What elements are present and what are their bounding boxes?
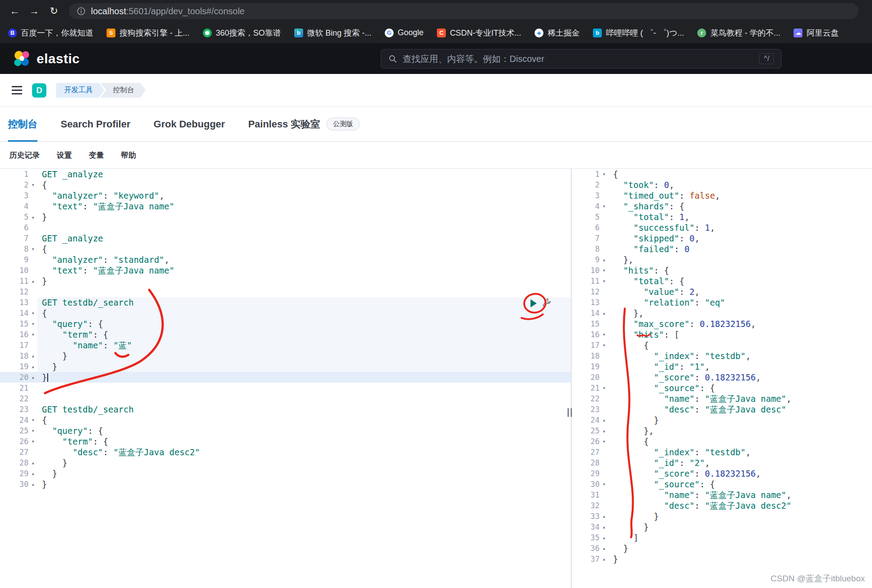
back-icon[interactable]: ← (6, 3, 23, 20)
editor-line[interactable]: 20▴} (0, 372, 571, 383)
breadcrumb-console[interactable]: 控制台 (100, 83, 146, 98)
editor-line[interactable]: 22 (0, 393, 571, 404)
fold-toggle-icon[interactable]: ▴ (29, 479, 37, 490)
editor-line[interactable]: 17 "name": "蓝" (0, 340, 571, 351)
forward-icon[interactable]: → (26, 3, 43, 20)
bookmark-csdn[interactable]: CCSDN-专业IT技术... (437, 28, 521, 38)
menu-icon[interactable] (12, 86, 22, 94)
editor-line[interactable]: 24▾{ (0, 415, 571, 425)
editor-line[interactable]: 31 "name": "蓝盒子Java name", (572, 490, 872, 500)
fold-toggle-icon[interactable]: ▴ (29, 468, 37, 479)
editor-line[interactable]: 17▾ { (572, 340, 872, 351)
request-settings-wrench-icon[interactable] (542, 298, 551, 309)
fold-toggle-icon[interactable]: ▾ (600, 340, 609, 351)
fold-toggle-icon[interactable]: ▴ (29, 361, 37, 372)
fold-toggle-icon[interactable]: ▴ (600, 522, 609, 532)
bookmark-google[interactable]: GGoogle (385, 28, 424, 37)
request-editor[interactable]: 1GET _analyze2▾{3 "analyzer": "keyword",… (0, 169, 571, 588)
editor-line[interactable]: 16▾ "hits": [ (572, 329, 872, 340)
fold-toggle-icon[interactable]: ▾ (29, 425, 37, 436)
editor-line[interactable]: 32 "desc": "蓝盒子Java desc2" (572, 500, 872, 511)
editor-line[interactable]: 7 "skipped": 0, (572, 233, 872, 244)
editor-line[interactable]: 7GET _analyze (0, 233, 571, 244)
editor-line[interactable]: 24▴ } (572, 415, 872, 425)
editor-line[interactable]: 19▴ } (0, 361, 571, 372)
fold-toggle-icon[interactable]: ▴ (600, 425, 609, 436)
fold-toggle-icon[interactable]: ▾ (600, 265, 609, 276)
fold-toggle-icon[interactable]: ▴ (600, 254, 609, 265)
editor-line[interactable]: 21 (0, 383, 571, 393)
editor-line[interactable]: 11▴} (0, 276, 571, 286)
editor-line[interactable]: 35▴ ] (572, 532, 872, 543)
editor-line[interactable]: 30▾ "_source": { (572, 479, 872, 490)
fold-toggle-icon[interactable]: ▴ (29, 457, 37, 468)
editor-line[interactable]: 33▴ } (572, 511, 872, 522)
editor-line[interactable]: 6 (0, 222, 571, 233)
editor-line[interactable]: 27 "desc": "蓝盒子Java desc2" (0, 447, 571, 457)
tab-grok-debugger[interactable]: Grok Debugger (154, 107, 225, 141)
fold-toggle-icon[interactable]: ▾ (29, 180, 37, 190)
bookmark-bilibili[interactable]: b哔哩哔哩 ( ゜- ゜)つ... (593, 28, 684, 38)
reload-icon[interactable]: ↻ (45, 3, 62, 20)
editor-line[interactable]: 9 "analyzer": "standard", (0, 254, 571, 265)
fold-toggle-icon[interactable]: ▾ (600, 329, 609, 340)
editor-line[interactable]: 36▴ } (572, 543, 872, 554)
breadcrumb-dev-tools[interactable]: 开发工具 (56, 83, 104, 98)
fold-toggle-icon[interactable]: ▴ (600, 415, 609, 425)
editor-line[interactable]: 8 "failed": 0 (572, 244, 872, 254)
elastic-logo[interactable]: elastic (12, 49, 80, 68)
address-bar[interactable]: localhost:5601/app/dev_tools#/console (69, 3, 859, 19)
editor-line[interactable]: 5 "total": 1, (572, 212, 872, 222)
fold-toggle-icon[interactable]: ▾ (29, 415, 37, 425)
editor-line[interactable]: 1▾{ (572, 169, 872, 180)
editor-line[interactable]: 20 "_score": 0.18232156, (572, 372, 872, 383)
editor-line[interactable]: 26▾ "term": { (0, 436, 571, 447)
bookmark-runoob[interactable]: r菜鸟教程 - 学的不... (697, 28, 780, 38)
editor-line[interactable]: 12 (0, 286, 571, 297)
editor-line[interactable]: 2 "took": 0, (572, 180, 872, 190)
editor-line[interactable]: 14▾{ (0, 308, 571, 318)
bookmark-bing[interactable]: b微软 Bing 搜索 -... (294, 28, 371, 38)
fold-toggle-icon[interactable]: ▴ (600, 543, 609, 554)
editor-line[interactable]: 25▴ }, (572, 425, 872, 436)
fold-toggle-icon[interactable]: ▴ (600, 511, 609, 522)
editor-line[interactable]: 15▾ "query": { (0, 318, 571, 329)
editor-line[interactable]: 15 "max_score": 0.18232156, (572, 318, 872, 329)
fold-toggle-icon[interactable]: ▴ (600, 554, 609, 564)
tab-console[interactable]: 控制台 (8, 107, 37, 141)
fold-toggle-icon[interactable]: ▾ (600, 383, 609, 393)
tab-painless-lab[interactable]: Painless 实验室公测版 (248, 107, 360, 141)
editor-line[interactable]: 21▾ "_source": { (572, 383, 872, 393)
editor-line[interactable]: 26▾ { (572, 436, 872, 447)
fold-toggle-icon[interactable]: ▾ (600, 479, 609, 490)
editor-line[interactable]: 5▴} (0, 212, 571, 222)
editor-line[interactable]: 18▴ } (0, 351, 571, 361)
editor-line[interactable]: 8▾{ (0, 244, 571, 254)
tab-search-profiler[interactable]: Search Profiler (61, 107, 131, 141)
fold-toggle-icon[interactable]: ▾ (600, 436, 609, 447)
editor-line[interactable]: 2▾{ (0, 180, 571, 190)
fold-toggle-icon[interactable]: ▴ (29, 372, 37, 383)
editor-line[interactable]: 13GET testdb/_search (0, 297, 571, 308)
fold-toggle-icon[interactable]: ▾ (29, 244, 37, 254)
console-menu-help[interactable]: 帮助 (121, 150, 136, 160)
editor-line[interactable]: 22 "name": "蓝盒子Java name", (572, 393, 872, 404)
editor-line[interactable]: 9▴ }, (572, 254, 872, 265)
editor-line[interactable]: 10 "text": "蓝盒子Java name" (0, 265, 571, 276)
bookmark-baidu[interactable]: B百度一下，你就知道 (8, 28, 93, 38)
fold-toggle-icon[interactable]: ▾ (29, 436, 37, 447)
fold-toggle-icon[interactable]: ▴ (29, 276, 37, 286)
fold-toggle-icon[interactable]: ▾ (29, 318, 37, 329)
editor-line[interactable]: 3 "timed_out": false, (572, 190, 872, 201)
fold-toggle-icon[interactable]: ▾ (600, 276, 609, 286)
space-avatar[interactable]: D (32, 83, 46, 98)
editor-line[interactable]: 4▾ "_shards": { (572, 201, 872, 212)
bookmark-aliyun-drive[interactable]: ☁阿里云盘 (794, 28, 839, 38)
editor-line[interactable]: 18 "_index": "testdb", (572, 351, 872, 361)
editor-line[interactable]: 11▾ "total": { (572, 276, 872, 286)
editor-line[interactable]: 13 "relation": "eq" (572, 297, 872, 308)
response-viewer[interactable]: 1▾{2 "took": 0,3 "timed_out": false,4▾ "… (572, 169, 872, 588)
fold-toggle-icon[interactable]: ▴ (29, 351, 37, 361)
bookmark-360-search[interactable]: 360搜索，SO靠谱 (203, 28, 281, 38)
fold-toggle-icon[interactable]: ▾ (600, 201, 609, 212)
